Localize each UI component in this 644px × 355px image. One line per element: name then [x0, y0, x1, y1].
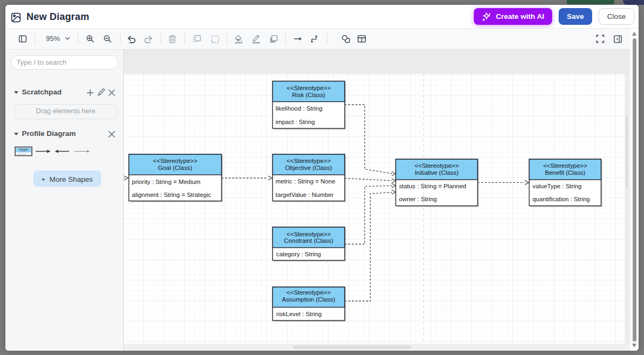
- svg-text:<<Stereotype>>: <<Stereotype>>: [286, 158, 331, 164]
- svg-text:Initiative (Class): Initiative (Class): [415, 169, 459, 176]
- svg-text:Assumption (Class): Assumption (Class): [282, 296, 336, 303]
- svg-text:<<Stereotype>>: <<Stereotype>>: [153, 158, 197, 164]
- svg-text:Goal (Class): Goal (Class): [158, 165, 193, 171]
- svg-text:<<Stereotype>>: <<Stereotype>>: [543, 162, 587, 169]
- svg-text:valueType : String: valueType : String: [533, 183, 582, 189]
- svg-text:priority : String = Medium: priority : String = Medium: [132, 179, 200, 185]
- svg-text:Benefit (Class): Benefit (Class): [545, 169, 586, 176]
- svg-text:<<Stereotype>>: <<Stereotype>>: [286, 231, 331, 237]
- svg-text:Risk (Class): Risk (Class): [292, 92, 326, 98]
- svg-text:targetValue : Number: targetValue : Number: [276, 192, 334, 198]
- svg-text:quantification : String: quantification : String: [533, 196, 590, 202]
- svg-text:Objective (Class): Objective (Class): [285, 165, 332, 171]
- svg-text:likelihood : String: likelihood : String: [276, 105, 323, 112]
- svg-text:<<Stereotype>>: <<Stereotype>>: [286, 85, 331, 91]
- svg-text:riskLevel : String: riskLevel : String: [276, 311, 321, 317]
- svg-text:<<Stereotype>>: <<Stereotype>>: [286, 289, 331, 296]
- svg-text:Constraint (Class): Constraint (Class): [284, 237, 333, 244]
- svg-text:metric : String = None: metric : String = None: [276, 178, 335, 185]
- svg-text:<<Stereotype>>: <<Stereotype>>: [414, 162, 459, 169]
- svg-text:owner : String: owner : String: [399, 196, 437, 202]
- svg-text:status : String = Planned: status : String = Planned: [399, 183, 466, 189]
- svg-text:impact : String: impact : String: [276, 119, 315, 125]
- svg-text:category : String: category : String: [276, 251, 321, 257]
- svg-text:alignment : String = Strategic: alignment : String = Strategic: [132, 192, 211, 198]
